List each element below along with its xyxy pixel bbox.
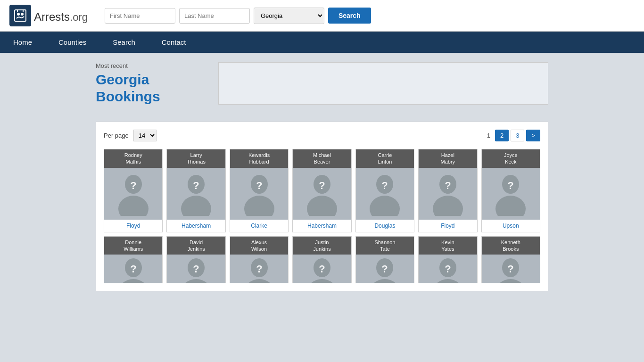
card-photo: ? <box>293 168 351 220</box>
mugshot-card[interactable]: LarryThomas ? Habersham <box>166 149 225 232</box>
per-page-select[interactable]: 14 28 42 <box>133 130 157 141</box>
svg-point-21 <box>433 196 463 216</box>
svg-text:?: ? <box>508 180 514 191</box>
card-photo: ? <box>104 168 162 220</box>
svg-text:?: ? <box>193 263 199 275</box>
svg-point-6 <box>118 196 149 216</box>
per-page-control: Per page 14 28 42 <box>104 130 157 141</box>
card-photo: ? <box>167 168 225 220</box>
page-3-link[interactable]: 3 <box>511 130 524 141</box>
card-county: Douglas <box>356 220 414 232</box>
card-name: KennethBrooks <box>482 237 540 255</box>
svg-point-12 <box>244 196 274 216</box>
logo-text-arrests: Arrests <box>34 10 70 23</box>
sidebar: Most recent Georgia Bookings <box>96 62 218 112</box>
card-name: ShannonTate <box>356 237 414 255</box>
card-photo: ? <box>356 168 414 220</box>
svg-point-39 <box>370 279 400 283</box>
svg-point-24 <box>495 196 526 216</box>
card-name: CarrieLinton <box>356 149 414 168</box>
card-photo: ? <box>482 168 540 220</box>
svg-text:?: ? <box>193 180 199 191</box>
mugshots-row2: DonnieWilliams ? DavidJenkins ? <box>104 236 540 284</box>
bookings-container: Per page 14 28 42 1 2 3 > RodneyMathis <box>96 122 548 291</box>
card-photo-partial: ? <box>230 255 288 283</box>
most-recent-label: Most recent <box>96 62 209 69</box>
mugshot-card[interactable]: ShannonTate ? <box>355 236 414 284</box>
mugshot-card[interactable]: DavidJenkins ? <box>166 236 225 284</box>
svg-text:?: ? <box>445 263 451 275</box>
mugshot-card[interactable]: KevinYates ? <box>418 236 477 284</box>
nav-contact[interactable]: Contact <box>149 32 199 53</box>
logo-brand: Arrests.org <box>34 7 88 25</box>
page-2-link[interactable]: 2 <box>495 130 509 141</box>
heading-line1: Georgia <box>96 72 149 87</box>
svg-text:?: ? <box>508 263 514 275</box>
logo-link[interactable]: Arrests.org <box>9 5 88 26</box>
nav-counties[interactable]: Counties <box>45 32 99 53</box>
card-photo-partial: ? <box>104 255 162 283</box>
card-name: KewardisHubbard <box>230 149 288 168</box>
mugshot-card[interactable]: MichaelBeaver ? Habersham <box>292 149 351 232</box>
card-name: LarryThomas <box>167 149 225 168</box>
last-name-input[interactable] <box>179 8 250 24</box>
card-name: RodneyMathis <box>104 149 162 168</box>
svg-point-2 <box>21 13 24 16</box>
card-county: Floyd <box>419 220 477 232</box>
logo-suffix: .org <box>70 11 88 23</box>
per-page-label: Per page <box>104 132 129 139</box>
card-photo: ? <box>230 168 288 220</box>
mugshot-card[interactable]: KennethBrooks ? <box>481 236 540 284</box>
card-county: Floyd <box>104 220 162 232</box>
card-name: DonnieWilliams <box>104 237 162 255</box>
page-1-label: 1 <box>484 130 493 141</box>
first-name-input[interactable] <box>105 8 175 24</box>
svg-text:?: ? <box>382 263 388 275</box>
next-page-link[interactable]: > <box>526 130 540 141</box>
svg-rect-0 <box>15 10 26 21</box>
card-name: KevinYates <box>419 237 477 255</box>
nav-search[interactable]: Search <box>99 32 149 53</box>
svg-text:?: ? <box>382 180 388 191</box>
mugshot-card[interactable]: JustinJunkins ? <box>292 236 351 284</box>
svg-point-1 <box>17 13 20 16</box>
card-name: DavidJenkins <box>167 237 225 255</box>
card-name: HazelMabry <box>419 149 477 168</box>
main-nav: Home Counties Search Contact <box>0 32 644 53</box>
card-county: Habersham <box>293 220 351 232</box>
svg-text:?: ? <box>130 180 136 191</box>
search-form: Georgia Alabama Florida Tennessee Search <box>105 8 635 24</box>
svg-text:?: ? <box>319 180 325 191</box>
card-photo-partial: ? <box>482 255 540 283</box>
card-photo-partial: ? <box>293 255 351 283</box>
mugshot-card[interactable]: DonnieWilliams ? <box>104 236 163 284</box>
card-county: Clarke <box>230 220 288 232</box>
mugshot-card[interactable]: HazelMabry ? Floyd <box>418 149 477 232</box>
heading-line2: Bookings <box>96 89 160 104</box>
svg-point-9 <box>181 196 211 216</box>
content-layout: Most recent Georgia Bookings <box>96 62 548 112</box>
svg-point-15 <box>307 196 337 216</box>
svg-point-30 <box>181 279 211 283</box>
mugshot-card[interactable]: AlexusWilson ? <box>230 236 289 284</box>
card-photo-partial: ? <box>419 255 477 283</box>
card-name: JoyceKeck <box>482 149 540 168</box>
mugshot-card[interactable]: KewardisHubbard ? Clarke <box>230 149 289 232</box>
svg-point-27 <box>118 279 149 283</box>
card-county: Habersham <box>167 220 225 232</box>
svg-text:?: ? <box>319 263 325 275</box>
state-select[interactable]: Georgia Alabama Florida Tennessee <box>254 8 324 24</box>
mugshot-card[interactable]: JoyceKeck ? Upson <box>481 149 540 232</box>
svg-point-18 <box>370 196 400 216</box>
ad-banner <box>218 62 548 105</box>
search-button[interactable]: Search <box>328 8 371 24</box>
nav-home[interactable]: Home <box>0 32 45 53</box>
mugshot-card[interactable]: CarrieLinton ? Douglas <box>355 149 414 232</box>
card-county: Upson <box>482 220 540 232</box>
card-photo: ? <box>419 168 477 220</box>
per-page-row: Per page 14 28 42 1 2 3 > <box>104 130 540 141</box>
mugshot-card[interactable]: RodneyMathis ? Floyd <box>104 149 163 232</box>
svg-point-36 <box>307 279 337 283</box>
card-name: JustinJunkins <box>293 237 351 255</box>
card-name: MichaelBeaver <box>293 149 351 168</box>
